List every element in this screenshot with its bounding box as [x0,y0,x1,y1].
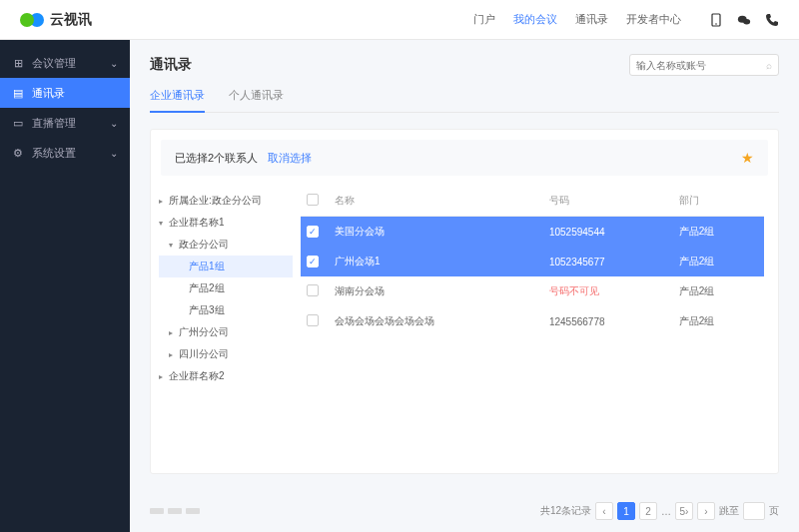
cell-number: 1245566778 [543,306,673,336]
app-header: 云视讯 门户 我的会议 通讯录 开发者中心 [0,0,799,40]
select-all-checkbox[interactable] [307,194,319,206]
tree-node-label: 所属企业:政企分公司 [169,194,262,208]
sidebar: ⊞ 会议管理 ⌄ ▤ 通讯录 ▭ 直播管理 ⌄ ⚙ 系统设置 ⌄ [0,40,130,532]
tree-node-label: 四川分公司 [179,347,229,361]
pager-jump-input[interactable] [743,502,765,520]
pager-ellipsis: … [661,506,671,517]
table-row[interactable]: 广州会场11052345677产品2组 [301,247,764,276]
grid-icon: ⊞ [12,57,24,70]
tree-node[interactable]: 产品1组 [159,256,293,277]
contacts-tabs: 企业通讯录 个人通讯录 [150,88,779,113]
brand-logo: 云视讯 [20,11,92,29]
cell-number: 1052594544 [543,217,673,248]
search-input-wrapper[interactable]: ⌕ [629,54,779,76]
sidebar-item-live-mgmt[interactable]: ▭ 直播管理 ⌄ [0,108,130,138]
tree-node-label: 广州分公司 [179,325,229,339]
chevron-down-icon: ⌄ [110,58,118,69]
table-row[interactable]: 美国分会场1052594544产品2组 [301,217,764,248]
tree-node-label: 产品1组 [189,260,225,273]
nav-contacts[interactable]: 通讯录 [575,12,608,27]
pager-jump-suffix: 页 [769,504,779,518]
sidebar-item-label: 会议管理 [32,56,76,71]
row-checkbox[interactable] [307,256,319,267]
nav-my-meetings[interactable]: 我的会议 [513,12,557,27]
row-checkbox[interactable] [307,226,319,238]
cancel-selection-link[interactable]: 取消选择 [268,151,312,166]
pager-forward-5[interactable]: 5› [675,502,693,520]
selection-count: 已选择2个联系人 [175,151,258,166]
cell-name: 广州会场1 [329,247,543,276]
logo-icon [20,13,44,27]
cell-name: 美国分会场 [329,217,543,248]
tab-enterprise-contacts[interactable]: 企业通讯录 [150,88,205,113]
wechat-icon[interactable] [737,13,751,27]
cell-name: 会场会场会场会场会场 [329,306,543,336]
search-input[interactable] [636,60,766,71]
search-icon: ⌕ [766,60,772,71]
col-number: 号码 [543,186,673,217]
total-records: 共12条记录 [540,504,591,518]
contacts-table-wrapper: 名称 号码 部门 美国分会场1052594544产品2组广州会场11052345… [301,176,778,473]
sidebar-item-label: 直播管理 [32,116,76,131]
tree-node[interactable]: ▾企业群名称1 [159,212,293,234]
cell-dept: 产品2组 [673,276,764,306]
tree-node-label: 企业群名称1 [169,216,225,230]
cell-dept: 产品2组 [673,217,764,248]
tree-caret-icon: ▸ [159,197,169,206]
col-dept: 部门 [673,186,764,217]
table-row[interactable]: 湖南分会场号码不可见产品2组 [301,276,764,306]
cell-number: 号码不可见 [543,276,673,306]
tab-personal-contacts[interactable]: 个人通讯录 [229,88,284,112]
tree-node-label: 政企分公司 [179,238,229,252]
tree-node[interactable]: 产品3组 [159,299,293,321]
cell-name: 湖南分会场 [329,276,543,306]
list-icon: ▤ [12,87,24,100]
tree-caret-icon: ▸ [169,328,179,337]
svg-point-3 [743,18,750,24]
star-icon[interactable]: ★ [741,150,754,166]
tree-caret-icon: ▾ [169,241,179,250]
row-checkbox[interactable] [307,284,319,296]
sidebar-item-system-settings[interactable]: ⚙ 系统设置 ⌄ [0,138,130,168]
tree-node-label: 产品3组 [189,303,225,317]
selection-bar: 已选择2个联系人 取消选择 ★ [161,140,768,176]
tree-node[interactable]: ▸广州分公司 [159,321,293,343]
tree-node[interactable]: ▸所属企业:政企分公司 [159,190,293,212]
pager-jump-label: 跳至 [719,504,739,518]
pager-page-1[interactable]: 1 [617,502,635,520]
row-checkbox[interactable] [307,314,319,326]
sidebar-item-meeting-mgmt[interactable]: ⊞ 会议管理 ⌄ [0,48,130,78]
contacts-panel: 已选择2个联系人 取消选择 ★ ▸所属企业:政企分公司▾企业群名称1▾政企分公司… [150,129,779,474]
sidebar-item-label: 系统设置 [32,146,76,161]
tree-node[interactable]: ▸四川分公司 [159,343,293,365]
page-title: 通讯录 [150,56,192,74]
nav-developer-center[interactable]: 开发者中心 [626,12,681,27]
nav-portal[interactable]: 门户 [473,12,495,27]
rect-icon: ▭ [12,117,24,130]
col-name: 名称 [329,186,543,217]
sidebar-item-label: 通讯录 [32,86,65,101]
pager-prev-button[interactable]: ‹ [595,502,613,520]
pager-page-2[interactable]: 2 [639,502,657,520]
mobile-icon[interactable] [709,13,723,27]
svg-point-1 [715,23,717,25]
org-tree: ▸所属企业:政企分公司▾企业群名称1▾政企分公司产品1组产品2组产品3组▸广州分… [151,176,301,473]
tree-node-label: 产品2组 [189,281,225,295]
tree-node[interactable]: ▾政企分公司 [159,234,293,256]
pager-next-button[interactable]: › [697,502,715,520]
cell-dept: 产品2组 [673,247,764,276]
phone-icon[interactable] [765,13,779,27]
chevron-down-icon: ⌄ [110,148,118,159]
table-row[interactable]: 会场会场会场会场会场1245566778产品2组 [301,306,764,336]
sidebar-item-contacts[interactable]: ▤ 通讯录 [0,78,130,108]
tree-caret-icon: ▾ [159,219,169,228]
contacts-table: 名称 号码 部门 美国分会场1052594544产品2组广州会场11052345… [301,186,764,336]
cell-number: 1052345677 [543,247,673,276]
tree-node[interactable]: ▸企业群名称2 [159,365,293,387]
tree-node-label: 企业群名称2 [169,369,225,383]
chevron-down-icon: ⌄ [110,118,118,129]
tree-node[interactable]: 产品2组 [159,277,293,299]
cell-dept: 产品2组 [673,306,764,336]
pager-indicator [150,508,200,514]
top-nav: 门户 我的会议 通讯录 开发者中心 [473,12,779,27]
